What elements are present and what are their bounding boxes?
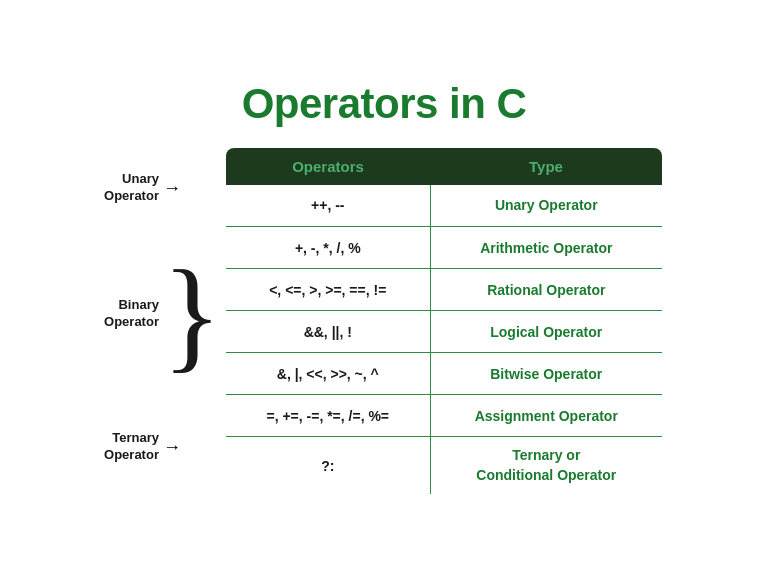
- table-wrapper: UnaryOperator → BinaryOperator } Ternary…: [104, 146, 664, 497]
- unary-label-group: UnaryOperator →: [104, 167, 222, 209]
- table-row: +, -, *, /, % Arithmetic Operator: [225, 227, 663, 269]
- table-row: &&, ||, ! Logical Operator: [225, 311, 663, 353]
- binary-label-group: BinaryOperator }: [104, 209, 222, 419]
- type-cell: Bitwise Operator: [430, 353, 663, 395]
- type-cell: Ternary or Conditional Operator: [430, 437, 663, 496]
- ternary-arrow: →: [163, 437, 181, 458]
- col-type: Type: [430, 147, 663, 185]
- page-title: Operators in C: [242, 80, 527, 128]
- table-row: =, +=, -=, *=, /=, %= Assignment Operato…: [225, 395, 663, 437]
- ternary-label-group: TernaryOperator →: [104, 419, 222, 475]
- operators-cell: &, |, <<, >>, ~, ^: [225, 353, 430, 395]
- operators-cell: ?:: [225, 437, 430, 496]
- table-row: <, <=, >, >=, ==, != Rational Operator: [225, 269, 663, 311]
- operators-cell: ++, --: [225, 185, 430, 227]
- table-body: ++, -- Unary Operator +, -, *, /, % Arit…: [225, 185, 663, 496]
- table-row: ?: Ternary or Conditional Operator: [225, 437, 663, 496]
- operators-cell: <, <=, >, >=, ==, !=: [225, 269, 430, 311]
- operators-cell: =, +=, -=, *=, /=, %=: [225, 395, 430, 437]
- binary-brace: }: [162, 255, 222, 374]
- type-cell: Arithmetic Operator: [430, 227, 663, 269]
- type-cell: Logical Operator: [430, 311, 663, 353]
- labels-column: UnaryOperator → BinaryOperator } Ternary…: [104, 167, 222, 475]
- operators-cell: &&, ||, !: [225, 311, 430, 353]
- type-cell: Unary Operator: [430, 185, 663, 227]
- table-header: Operators Type: [225, 147, 663, 185]
- operators-table: Operators Type ++, -- Unary Operator +, …: [224, 146, 664, 497]
- col-operators: Operators: [225, 147, 430, 185]
- binary-label: BinaryOperator: [104, 297, 159, 331]
- type-cell: Assignment Operator: [430, 395, 663, 437]
- type-cell: Rational Operator: [430, 269, 663, 311]
- table-row: ++, -- Unary Operator: [225, 185, 663, 227]
- operators-cell: +, -, *, /, %: [225, 227, 430, 269]
- table-row: &, |, <<, >>, ~, ^ Bitwise Operator: [225, 353, 663, 395]
- unary-label: UnaryOperator: [104, 171, 159, 205]
- ternary-label: TernaryOperator: [104, 430, 159, 464]
- unary-arrow: →: [163, 178, 181, 199]
